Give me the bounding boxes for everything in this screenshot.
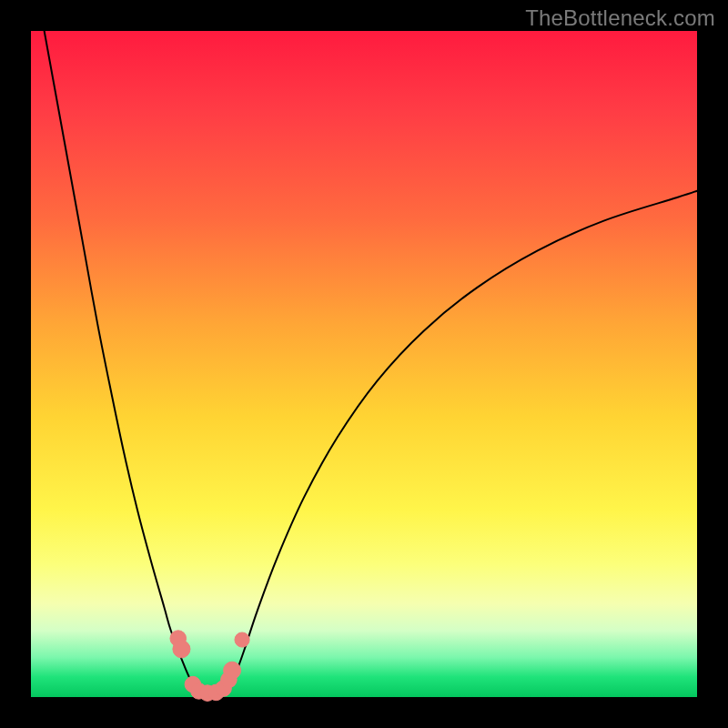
chart-frame: TheBottleneck.com [0,0,728,728]
curve-left-branch [45,31,201,693]
data-marker [173,641,190,658]
data-marker [235,632,249,647]
curve-group [45,31,697,693]
data-marker [224,662,241,679]
curve-right-branch [224,191,697,694]
data-markers [170,631,249,702]
watermark-text: TheBottleneck.com [525,5,715,31]
chart-svg [31,31,697,697]
